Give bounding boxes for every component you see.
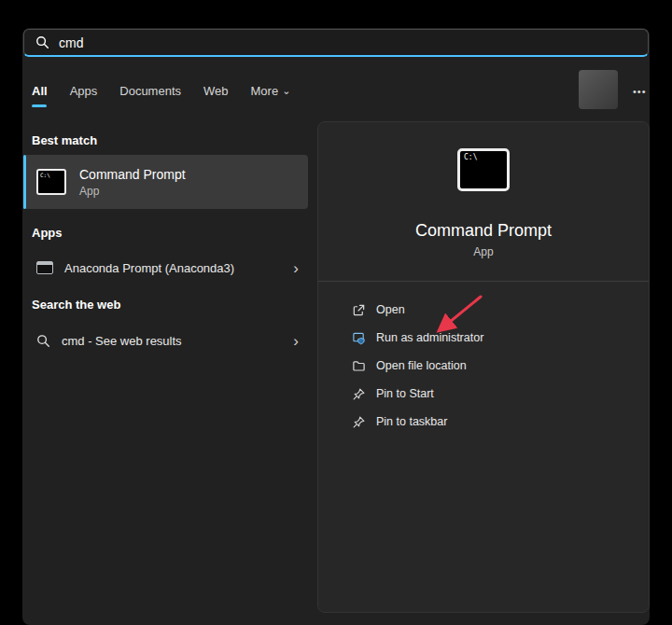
- preview-pane: C:\ Command Prompt App Open: [317, 121, 650, 613]
- tab-web[interactable]: Web: [203, 80, 229, 107]
- selection-accent-bar: [23, 155, 26, 209]
- anaconda-prompt-icon: [36, 261, 53, 274]
- avatar[interactable]: [579, 70, 618, 109]
- action-pin-to-start[interactable]: Pin to Start: [318, 380, 649, 408]
- tab-all[interactable]: All: [32, 80, 48, 107]
- action-run-as-administrator[interactable]: Run as administrator: [318, 324, 649, 352]
- divider: [318, 281, 649, 282]
- search-the-web-heading: Search the web: [32, 298, 120, 312]
- best-match-subtitle: App: [79, 185, 186, 198]
- search-icon: [36, 334, 50, 348]
- search-input[interactable]: cmd: [23, 29, 649, 57]
- best-match-heading: Best match: [32, 133, 97, 147]
- open-icon: [352, 303, 366, 317]
- chevron-right-icon: ›: [293, 260, 299, 276]
- search-icon: [35, 35, 49, 49]
- list-item-web-results[interactable]: cmd - See web results ›: [23, 323, 308, 358]
- action-open-file-location[interactable]: Open file location: [318, 352, 649, 380]
- list-item-anaconda-prompt[interactable]: Anaconda Prompt (Anaconda3) ›: [23, 250, 308, 285]
- search-flyout: cmd All Apps Documents Web More ⌄ ••• Be…: [22, 28, 650, 625]
- preview-title: Command Prompt: [318, 221, 649, 241]
- best-match-item-command-prompt[interactable]: C:\ Command Prompt App: [23, 155, 308, 209]
- context-actions: Open Run as administrator Open file: [318, 296, 649, 436]
- command-prompt-icon-large: C:\: [457, 148, 510, 191]
- more-options-button[interactable]: •••: [627, 82, 652, 101]
- chevron-down-icon: ⌄: [282, 86, 290, 96]
- apps-heading: Apps: [32, 226, 63, 240]
- action-pin-to-taskbar[interactable]: Pin to taskbar: [318, 408, 649, 436]
- action-open[interactable]: Open: [318, 296, 649, 324]
- tab-more[interactable]: More ⌄: [251, 80, 291, 107]
- search-query-text: cmd: [59, 35, 83, 50]
- tab-documents[interactable]: Documents: [119, 80, 181, 107]
- folder-icon: [352, 359, 366, 373]
- pin-icon: [352, 415, 366, 429]
- admin-shield-icon: [352, 331, 366, 345]
- search-tabs: All Apps Documents Web More ⌄: [32, 80, 290, 107]
- tab-apps[interactable]: Apps: [70, 80, 98, 107]
- best-match-title: Command Prompt: [79, 167, 186, 182]
- chevron-right-icon: ›: [293, 333, 299, 349]
- command-prompt-icon: C:\: [36, 169, 66, 195]
- pin-icon: [352, 387, 366, 401]
- preview-subtitle: App: [318, 245, 649, 258]
